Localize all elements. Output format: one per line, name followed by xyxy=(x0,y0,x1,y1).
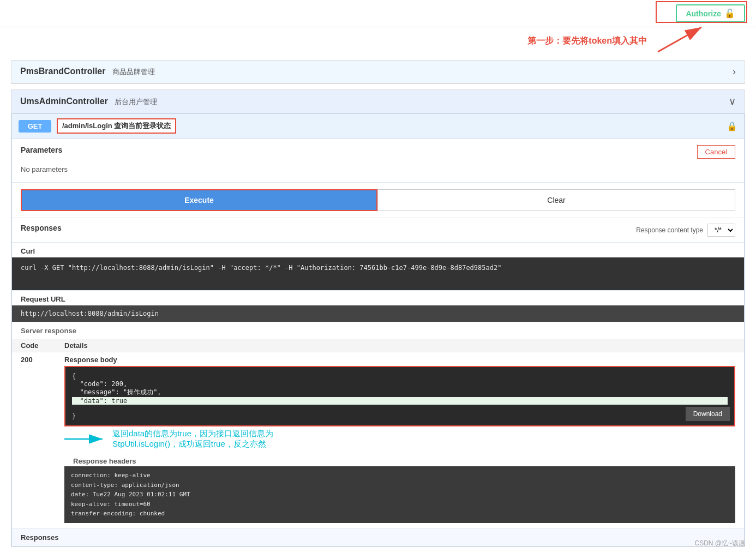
annotation-area-2: Curl curl -X GET "http://localhost:8088/… xyxy=(12,243,744,291)
response-body: { "code": 200, "message": "操作成功", "data"… xyxy=(64,366,735,426)
cancel-button[interactable]: Cancel xyxy=(697,145,735,159)
annotation-area-1: 第一步：要先将token填入其中 xyxy=(0,27,756,55)
endpoint-path: /admin/isLogin 查询当前登录状态 xyxy=(57,118,176,134)
response-details-cell: Response body { "code": 200, "message": … xyxy=(56,352,744,526)
responses-header: Responses Response content type */* xyxy=(12,218,744,243)
ums-admin-header[interactable]: UmsAdminController 后台用户管理 ∨ xyxy=(11,90,745,113)
authorize-button[interactable]: Authorize 🔓 xyxy=(676,4,745,22)
top-bar: Authorize 🔓 xyxy=(0,0,756,27)
method-badge: GET xyxy=(19,120,51,133)
bottom-responses: Responses xyxy=(12,529,744,546)
pms-brand-header[interactable]: PmsBrandController 商品品牌管理 › xyxy=(11,61,745,83)
no-params-text: No parameters xyxy=(21,163,735,176)
response-headers-value: connection: keep-alive content-type: app… xyxy=(64,466,735,523)
ums-admin-chevron: ∨ xyxy=(729,95,736,107)
response-body-label: Response body xyxy=(64,356,735,364)
execute-wrapper: Execute xyxy=(21,189,377,211)
execute-button[interactable]: Execute xyxy=(22,190,376,210)
response-data-line: "data": true xyxy=(72,397,728,405)
authorize-label: Authorize xyxy=(686,9,721,18)
annotation-1-text: 第一步：要先将token填入其中 xyxy=(527,35,647,47)
server-response-label: Server response xyxy=(12,322,744,337)
response-code: 200 xyxy=(12,352,56,526)
download-button[interactable]: Download xyxy=(686,407,730,421)
endpoint-section: GET /admin/isLogin 查询当前登录状态 🔒 Parameters… xyxy=(11,113,745,546)
response-headers-label: Response headers xyxy=(64,454,735,466)
bottom-responses-label: Responses xyxy=(21,533,58,542)
clear-button[interactable]: Clear xyxy=(377,189,735,211)
parameters-section: Parameters Cancel No parameters xyxy=(12,139,744,183)
endpoint-lock-icon: 🔒 xyxy=(727,121,737,131)
response-content-type: Response content type */* xyxy=(636,224,735,237)
content-type-label: Response content type xyxy=(636,226,703,234)
response-table: Code Details 200 Response body { xyxy=(12,339,744,526)
svg-line-1 xyxy=(658,27,701,52)
pms-brand-title: PmsBrandController 商品品牌管理 xyxy=(20,67,155,77)
request-url-label: Request URL xyxy=(12,291,744,305)
annotation-3-text: 返回data的信息为true，因为接口返回信息为 StpUtil.isLogin… xyxy=(112,429,273,449)
endpoint-header: GET /admin/isLogin 查询当前登录状态 🔒 xyxy=(12,114,744,139)
execute-highlight: Execute xyxy=(21,189,377,211)
ums-admin-controller: UmsAdminController 后台用户管理 ∨ GET /admin/i… xyxy=(11,89,745,547)
action-row: Execute Clear xyxy=(12,183,744,218)
response-row-200: 200 Response body { "code": 200, "messag… xyxy=(12,352,744,526)
csdn-watermark: CSDN @忆~该愿 xyxy=(694,539,745,547)
red-arrow-1 xyxy=(647,22,712,55)
lock-icon: 🔓 xyxy=(724,8,735,19)
response-body-wrapper: { "code": 200, "message": "操作成功", "data"… xyxy=(64,366,735,426)
pms-brand-controller: PmsBrandController 商品品牌管理 › xyxy=(11,60,745,84)
ums-admin-title: UmsAdminController 后台用户管理 xyxy=(20,97,157,107)
responses-title: Responses xyxy=(21,224,62,232)
details-header: Details xyxy=(56,339,744,352)
response-headers-section: Response headers connection: keep-alive … xyxy=(64,454,735,523)
request-url-section: Request URL http://localhost:8088/admin/… xyxy=(12,291,744,322)
server-response-section: Server response Code Details 200 Respons… xyxy=(12,322,744,529)
content-type-select[interactable]: */* xyxy=(707,224,735,237)
request-url-value: http://localhost:8088/admin/isLogin xyxy=(12,305,744,322)
code-header: Code xyxy=(12,339,56,352)
curl-label: Curl xyxy=(12,243,744,257)
pms-brand-chevron: › xyxy=(733,66,736,77)
curl-value: curl -X GET "http://localhost:8088/admin… xyxy=(12,257,744,290)
cyan-arrow-svg xyxy=(64,431,108,447)
curl-section: Curl curl -X GET "http://localhost:8088/… xyxy=(12,243,744,291)
parameters-title: Parameters xyxy=(21,146,62,154)
annotation-3: 返回data的信息为true，因为接口返回信息为 StpUtil.isLogin… xyxy=(64,429,735,449)
